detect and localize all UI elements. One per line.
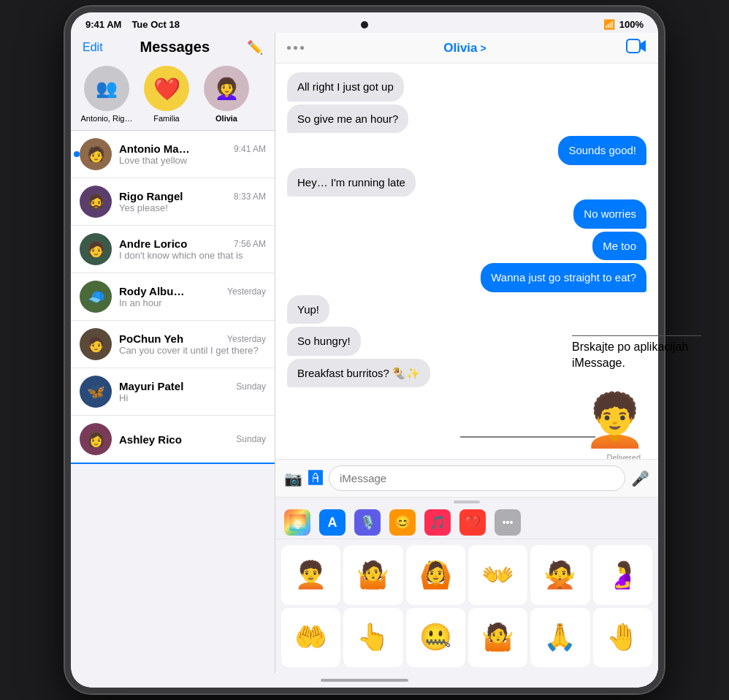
svg-rect-0 [627, 39, 640, 53]
message-3: Sounds good! [287, 136, 646, 165]
conv-content-mayuri: Mayuri Patel Sunday Hi [119, 380, 266, 403]
conv-item-ashley[interactable]: 👩 Ashley Rico Sunday [71, 416, 275, 464]
status-time: 9:41 AM [85, 19, 121, 30]
conv-preview-rody: In an hour [119, 297, 266, 308]
sidebar: Edit Messages ✏️ 👥 Antonio, Rig… ❤️ Fami… [71, 33, 275, 673]
conv-time-andre: 7:56 AM [234, 239, 266, 249]
memoji-message: 🧑‍🦱 Delivered [287, 390, 646, 459]
memoji-cell-3[interactable]: 👐 [468, 545, 527, 604]
conv-avatar-pochun: 🧑 [80, 328, 112, 360]
avatar-antonio: 👥 [84, 66, 129, 111]
pinned-contact-olivia[interactable]: 👩‍🦱 Olivia [199, 66, 253, 123]
annotation-text: Brskajte po aplikacijah iMessage. [572, 339, 707, 372]
conv-name-mayuri: Mayuri Patel [119, 380, 183, 392]
bubble-2: So give me an hour? [287, 104, 408, 134]
annotation-line [572, 335, 701, 336]
conv-avatar-rigo: 🧔 [80, 186, 112, 218]
bubble-4: Hey… I'm running late [287, 168, 416, 197]
memoji-cell-10[interactable]: 🙏 [530, 608, 589, 667]
drawer-tab-music[interactable]: 🎵 [424, 509, 451, 536]
pinned-name-familia: Familia [153, 114, 179, 123]
compose-icon[interactable]: ✏️ [247, 39, 263, 56]
conv-preview-mayuri: Hi [119, 392, 266, 403]
memoji-cell-7[interactable]: 👆 [343, 608, 402, 667]
memoji-grid: 🧑‍🦱 🤷 🙆 👐 🙅 🤰 🤲 👆 🤐 🤷 🙏 🤚 [275, 539, 658, 673]
conv-name-antonio: Antonio Ma… [119, 142, 190, 155]
chat-contact-name[interactable]: Olivia > [443, 41, 486, 56]
conv-item-andre[interactable]: 🧑 Andre Lorico 7:56 AM I don't know whic… [71, 226, 275, 273]
messages-container: All right I just got up So give me an ho… [275, 64, 658, 459]
fitness-icon: ❤️ [465, 514, 481, 530]
conv-item-mayuri[interactable]: 🦋 Mayuri Patel Sunday Hi [71, 368, 275, 416]
bubble-1: All right I just got up [287, 72, 404, 102]
mic-icon[interactable]: 🎤 [631, 470, 649, 487]
message-4: Hey… I'm running late [287, 168, 646, 197]
conv-item-rigo[interactable]: 🧔 Rigo Rangel 8:33 AM Yes please! [71, 178, 275, 226]
conv-content-andre: Andre Lorico 7:56 AM I don't know which … [119, 237, 266, 261]
memoji-icon: 😊 [394, 514, 411, 530]
pinned-contact-familia[interactable]: ❤️ Familia [140, 66, 194, 123]
memoji-cell-5[interactable]: 🤰 [593, 545, 652, 604]
memoji-cell-4[interactable]: 🙅 [530, 545, 589, 604]
message-2: So give me an hour? [287, 104, 646, 134]
conv-avatar-ashley: 👩 [80, 423, 112, 455]
memoji-sticker: 🧑‍🦱 [583, 390, 646, 450]
conv-avatar-antonio: 🧑 [80, 138, 112, 170]
conv-avatar-rody: 🧢 [80, 281, 112, 313]
conv-content-rigo: Rigo Rangel 8:33 AM Yes please! [119, 190, 266, 213]
conv-content-rody: Rody Albu… Yesterday In an hour [119, 285, 266, 308]
message-input[interactable] [329, 465, 625, 491]
delivered-label: Delivered [607, 453, 646, 459]
conv-content-pochun: PoChun Yeh Yesterday Can you cover it un… [119, 332, 266, 356]
conv-name-rody: Rody Albu… [119, 285, 184, 297]
bubble-9: So hungry! [287, 327, 361, 356]
pinned-name-antonio: Antonio, Rig… [81, 114, 133, 123]
conv-name-ashley: Ashley Rico [119, 433, 182, 446]
edit-button[interactable]: Edit [83, 41, 103, 54]
conv-item-antonio[interactable]: 🧑 Antonio Ma… 9:41 AM Love that yellow [71, 131, 275, 178]
app-drawer-tabs: 🌅 A 🎙️ 😊 🎵 [275, 503, 658, 539]
conv-time-rody: Yesterday [227, 286, 266, 297]
message-7: Wanna just go straight to eat? [287, 263, 646, 292]
three-dots [287, 46, 304, 50]
music-icon: 🎵 [430, 514, 446, 530]
home-indicator [71, 673, 658, 688]
memoji-cell-0[interactable]: 🧑‍🦱 [281, 545, 340, 604]
memoji-cell-1[interactable]: 🤷 [343, 545, 402, 604]
conv-item-pochun[interactable]: 🧑 PoChun Yeh Yesterday Can you cover it … [71, 321, 275, 368]
video-call-button[interactable] [626, 39, 646, 57]
conversation-list: 🧑 Antonio Ma… 9:41 AM Love that yellow [71, 131, 275, 673]
drawer-tab-memoji[interactable]: 😊 [389, 509, 416, 536]
drawer-tab-more[interactable]: ••• [495, 509, 521, 536]
sidebar-title: Messages [140, 39, 210, 56]
memoji-cell-8[interactable]: 🤐 [406, 608, 465, 667]
memoji-cell-6[interactable]: 🤲 [281, 608, 340, 667]
drawer-tab-soundmoji[interactable]: 🎙️ [354, 509, 381, 536]
pinned-contacts: 👥 Antonio, Rig… ❤️ Familia 👩‍🦱 Olivia [71, 60, 275, 131]
message-6: Me too [287, 232, 646, 261]
drawer-tab-appstore[interactable]: A [319, 509, 346, 536]
app-body: Edit Messages ✏️ 👥 Antonio, Rig… ❤️ Fami… [71, 33, 658, 673]
conv-avatar-mayuri: 🦋 [80, 376, 112, 408]
conv-name-pochun: PoChun Yeh [119, 332, 183, 345]
photos-icon: 🌅 [289, 514, 307, 531]
conv-time-mayuri: Sunday [236, 381, 266, 392]
pinned-contact-antonio[interactable]: 👥 Antonio, Rig… [80, 66, 134, 123]
drawer-tab-fitness[interactable]: ❤️ [459, 509, 486, 536]
camera-icon[interactable]: 📷 [284, 470, 302, 487]
bubble-5: No worries [573, 199, 646, 229]
appstore-icon[interactable]: 🅰 [308, 470, 323, 487]
conv-preview-andre: I don't know which one that is [119, 250, 266, 261]
conv-item-rody[interactable]: 🧢 Rody Albu… Yesterday In an hour [71, 273, 275, 321]
bubble-8: Yup! [287, 295, 329, 324]
drawer-tab-photos[interactable]: 🌅 [284, 509, 310, 536]
conv-preview-rigo: Yes please! [119, 202, 266, 213]
conv-content-ashley: Ashley Rico Sunday [119, 433, 266, 446]
pinned-name-olivia: Olivia [215, 114, 237, 123]
memoji-cell-9[interactable]: 🤷 [468, 608, 527, 667]
wifi-icon: 📶 [603, 19, 615, 30]
unread-dot-antonio [74, 151, 80, 157]
memoji-cell-11[interactable]: 🤚 [593, 608, 652, 667]
message-8: Yup! [287, 295, 646, 324]
memoji-cell-2[interactable]: 🙆 [406, 545, 465, 604]
